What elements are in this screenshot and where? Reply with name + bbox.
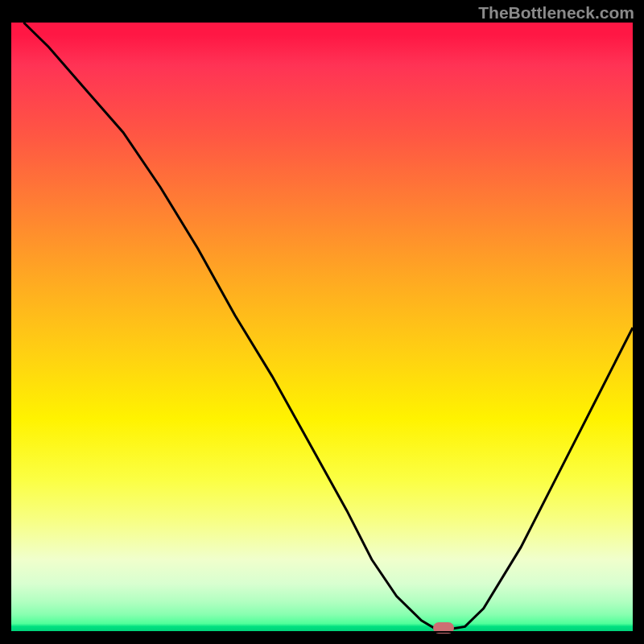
watermark-text: TheBottleneck.com (478, 3, 634, 23)
chart-container: TheBottleneck.com (0, 0, 644, 644)
x-axis (10, 631, 634, 633)
curve-path (23, 23, 633, 630)
y-axis (10, 23, 11, 633)
line-series (11, 23, 633, 633)
